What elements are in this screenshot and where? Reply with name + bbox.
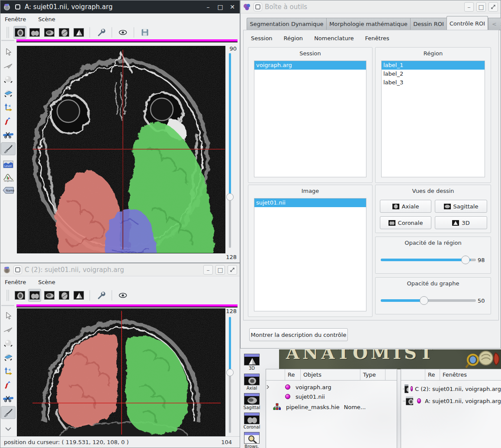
coronal-view-button[interactable] [28, 289, 41, 302]
axial-view-button[interactable] [13, 26, 26, 39]
anatomist-banner-text: ANATOMIST [286, 349, 436, 363]
table-row[interactable]: A: sujet01.nii, voigraph.arg [401, 395, 501, 406]
pointer-tool-icon[interactable] [1, 309, 16, 322]
settings-wrench-button[interactable] [94, 26, 107, 39]
menu-fenetre[interactable]: Fenêtre [5, 16, 26, 22]
window-coronal-titlebar[interactable]: C (2): sujet01.nii, voigraph.arg – □ [0, 263, 240, 276]
cut-trackball-tool-icon[interactable] [1, 87, 16, 100]
menu-nomenclature[interactable]: Nomenclature [314, 35, 354, 42]
show-eye-button[interactable] [116, 26, 129, 39]
axes-tool-icon[interactable] [1, 365, 16, 378]
name-label-tool-icon[interactable]: Name [1, 184, 16, 197]
tab-segmentation-dynamique[interactable]: Segmentation Dynamique [247, 18, 326, 30]
minimize-button[interactable]: – [203, 265, 213, 275]
toolbar-grip[interactable] [6, 27, 9, 38]
paintbrush-tool-icon[interactable] [1, 406, 16, 419]
trackball-tool-icon[interactable] [1, 73, 16, 86]
oblique-view-button[interactable] [58, 26, 71, 39]
paintbrush-tool-icon[interactable] [1, 142, 16, 155]
opacity-region-handle[interactable] [461, 256, 470, 264]
table-row[interactable]: C (2): sujet01.nii, voigraph.arg [401, 383, 501, 394]
cut-scissors-tool-icon[interactable] [1, 128, 16, 141]
axial-view-button[interactable] [13, 289, 26, 302]
fly-plane-tool-icon[interactable] [1, 59, 16, 72]
axiale-button[interactable]: Axiale [380, 200, 431, 213]
sidebar-axial-button[interactable]: Axial [242, 374, 262, 390]
restore-button[interactable] [228, 265, 237, 275]
list-item[interactable]: label_1 [382, 61, 485, 70]
opacity-graph-handle[interactable] [420, 296, 428, 305]
menu-scene[interactable]: Scène [38, 279, 55, 285]
cut-trackball-tool-icon[interactable] [1, 351, 16, 364]
maximize-button[interactable]: □ [215, 265, 225, 275]
sidebar-coronal-button[interactable]: Coronal [242, 413, 262, 429]
menu-scene[interactable]: Scène [38, 16, 55, 22]
toolbox-titlebar[interactable]: Boîte à outils – □ [241, 0, 501, 13]
sidebar-browser-button[interactable]: Brows. [242, 432, 262, 448]
list-item[interactable]: sujet01.nii [254, 198, 366, 207]
table-row[interactable]: pipeline_masks.hie Nome... [266, 402, 397, 412]
coronal-view-canvas[interactable] [17, 308, 225, 436]
cut-scissors-tool-icon[interactable] [1, 392, 16, 405]
wrench-icon [96, 28, 106, 37]
window-menu-button[interactable] [13, 3, 22, 11]
slice-slider-handle[interactable] [226, 369, 234, 376]
coronale-button[interactable]: Coronale [380, 216, 431, 229]
tab-scroll-left-icon[interactable]: < [492, 21, 497, 27]
referential-ball-icon[interactable] [285, 384, 290, 390]
magenta-bar-grip[interactable] [1, 304, 14, 307]
slice-slider-handle[interactable] [226, 193, 234, 201]
restore-button[interactable] [488, 2, 498, 12]
expander-chevron-icon[interactable] [266, 385, 274, 389]
flight-path-tool-icon[interactable] [1, 115, 16, 128]
minimize-button[interactable]: – [464, 2, 474, 12]
menu-session[interactable]: Session [251, 35, 273, 42]
referential-ball-icon[interactable] [417, 398, 421, 403]
list-item[interactable]: label_3 [382, 78, 485, 87]
sagittale-button[interactable]: Sagittale [435, 200, 487, 213]
close-button[interactable]: ✕ [228, 2, 237, 12]
fly-plane-tool-icon[interactable] [1, 323, 16, 336]
sidebar-3d-button[interactable]: 3D [242, 354, 262, 371]
threeD-view-button[interactable] [72, 289, 85, 302]
show-eye-button[interactable] [116, 289, 129, 302]
magenta-bar-grip[interactable] [1, 39, 14, 42]
tab-dessin-roi[interactable]: Dessin ROI [410, 18, 446, 30]
axes-tool-icon[interactable] [1, 101, 16, 114]
sagittal-view-button[interactable] [43, 26, 56, 39]
axial-view-canvas[interactable] [17, 46, 225, 253]
sagittal-view-button[interactable] [43, 289, 56, 302]
settings-wrench-button[interactable] [94, 289, 107, 302]
table-row[interactable]: sujet01.nii [266, 392, 397, 401]
table-row[interactable]: voigraph.arg [266, 382, 397, 392]
sidebar-sagittal-button[interactable]: Sagittal [242, 393, 262, 410]
dynsegment-tool-icon[interactable]: Segment [1, 171, 16, 184]
coronal-view-button[interactable] [28, 26, 41, 39]
pointer-tool-icon[interactable] [1, 45, 16, 58]
maximize-button[interactable]: □ [476, 2, 486, 12]
referential-ball-icon[interactable] [411, 386, 413, 391]
menu-region[interactable]: Région [284, 35, 303, 42]
trackball-tool-icon[interactable] [1, 337, 16, 350]
level-tool-icon[interactable]: Level [1, 158, 16, 171]
threeD-view-button[interactable] [72, 26, 85, 39]
flight-path-tool-icon[interactable] [1, 378, 16, 391]
menu-fenetres[interactable]: Fenêtres [365, 35, 389, 42]
show-control-description-button[interactable]: Montrer la description du contrôle [249, 328, 348, 341]
tab-controle-roi[interactable]: Contrôle ROI [446, 16, 488, 30]
list-item[interactable]: voigraph.arg [254, 61, 366, 70]
window-menu-button[interactable] [13, 266, 22, 274]
maximize-button[interactable]: □ [215, 2, 225, 12]
menu-fenetre[interactable]: Fenêtre [5, 279, 26, 285]
list-item[interactable]: label_2 [382, 70, 485, 78]
save-button[interactable] [138, 26, 151, 39]
minimize-button[interactable]: – [203, 2, 213, 12]
window-menu-button[interactable] [254, 3, 262, 11]
tab-morphologie-mathematique[interactable]: Morphologie mathématique [326, 18, 410, 30]
referential-ball-icon[interactable] [285, 394, 290, 399]
threeD-button[interactable]: 3D [435, 216, 487, 229]
window-axial-titlebar[interactable]: A: sujet01.nii, voigraph.arg – □ ✕ [0, 0, 240, 13]
more-tools-chevron-icon[interactable] [1, 422, 16, 435]
toolbar-grip[interactable] [6, 290, 9, 301]
oblique-view-button[interactable] [58, 289, 71, 302]
